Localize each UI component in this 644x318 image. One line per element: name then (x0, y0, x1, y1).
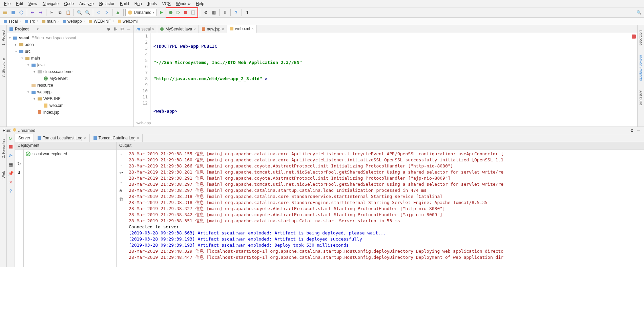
replace-button[interactable]: 🔍 (84, 9, 91, 16)
menu-analyze[interactable]: Analyze (77, 1, 97, 7)
run-configuration-selector[interactable]: Unnamed ▾ (125, 9, 157, 16)
deploy-add-button[interactable]: + (16, 152, 23, 158)
save-button[interactable] (9, 9, 17, 16)
menu-help[interactable]: Help (193, 1, 207, 7)
back-button[interactable] (95, 9, 102, 16)
tree-webxml[interactable]: web.xml (7, 102, 133, 109)
tool-favorites-tab[interactable]: 2: Favorites (1, 137, 5, 159)
pin-button[interactable]: 📌 (7, 170, 14, 177)
layout-button[interactable]: ▦ (7, 161, 14, 168)
project-structure-button[interactable]: ▦ (210, 9, 217, 16)
tool-web-tab[interactable]: Web (1, 169, 5, 180)
tool-maven-tab[interactable]: Maven Projects (639, 54, 643, 82)
tree-webinf[interactable]: ▾WEB-INF (7, 95, 133, 102)
menu-window[interactable]: Window (173, 1, 193, 7)
crumb-webxml[interactable]: web.xml (116, 19, 139, 24)
tree-webapp[interactable]: ▾webapp (7, 89, 133, 95)
cut-button[interactable]: ✂ (48, 9, 56, 16)
help-button[interactable]: ? (7, 187, 14, 194)
close-button[interactable]: ✕ (7, 179, 14, 185)
run-tab-localhost[interactable]: Tomcat Localhost Log× (34, 134, 89, 142)
menu-file[interactable]: File (1, 1, 13, 7)
tab-myservlet[interactable]: MyServlet.java× (157, 25, 199, 33)
run-tab-catalina[interactable]: Tomcat Catalina Log× (90, 134, 143, 142)
profile-button[interactable] (189, 9, 197, 16)
coverage-button[interactable] (174, 9, 182, 16)
tool-database-tab[interactable]: Database (639, 28, 643, 47)
menu-navigate[interactable]: Navigate (40, 1, 61, 7)
forward-button[interactable] (103, 9, 110, 16)
tool-structure-tab[interactable]: 7: Structure (1, 57, 5, 79)
collapse-icon[interactable]: ⇊ (112, 26, 118, 32)
settings-button[interactable]: ⚙ (202, 9, 209, 16)
tree-idea[interactable]: ▸.idea (7, 41, 133, 48)
tree-package[interactable]: ▾club.sscai.demo (7, 68, 133, 75)
close-icon[interactable]: × (193, 27, 195, 31)
hide-icon[interactable]: ─ (636, 128, 641, 133)
menu-tools[interactable]: Tools (145, 1, 160, 7)
code-editor[interactable]: 123456789101112 <!DOCTYPE web-app PUBLIC… (134, 33, 637, 120)
tree-servlet-class[interactable]: CMyServlet (7, 75, 133, 82)
tab-webxml[interactable]: web.xml× (227, 25, 256, 33)
help-button[interactable]: ? (232, 9, 240, 16)
crumb-src[interactable]: src (23, 19, 36, 24)
stop-button[interactable] (7, 143, 14, 150)
locate-icon[interactable]: ⊕ (106, 26, 111, 32)
tree-indexjsp[interactable]: index.jsp (7, 109, 133, 116)
sdk-button[interactable]: ⬇ (221, 9, 229, 16)
tool-ant-tab[interactable]: Ant Build (639, 89, 643, 107)
hide-icon[interactable]: ─ (126, 26, 131, 32)
tool-project-tab[interactable]: 1: Project (1, 28, 5, 47)
close-icon[interactable]: × (137, 136, 139, 140)
wrap-button[interactable]: ↩ (118, 169, 125, 176)
run-button[interactable] (158, 9, 165, 16)
close-icon[interactable]: × (251, 27, 253, 31)
run-tab-server[interactable]: Server (15, 134, 34, 142)
menu-refactor[interactable]: Refactor (97, 1, 117, 7)
console-output[interactable]: 28-Mar-2019 21:29:38.155 信息 [main] org.a… (126, 150, 644, 267)
restart-button[interactable]: ⟳ (7, 152, 14, 159)
copy-button[interactable]: ⧉ (56, 9, 64, 16)
crumb-main[interactable]: main (40, 19, 57, 24)
gear-icon[interactable]: ⚙ (629, 128, 635, 133)
tree-root[interactable]: ▾sscaiF:\idea_workspace\sscai (7, 35, 133, 41)
print-button[interactable]: 🖨 (118, 187, 125, 194)
menu-run[interactable]: Run (132, 1, 145, 7)
sync-button[interactable] (18, 9, 25, 16)
open-button[interactable] (1, 9, 9, 16)
deployment-artifact[interactable]: sscai:war exploded (24, 150, 116, 158)
tree-resource[interactable]: resource (7, 82, 133, 89)
tree-java[interactable]: ▾java (7, 62, 133, 68)
deploy-undeploy-button[interactable]: ⬇ (16, 169, 23, 176)
build-button[interactable] (114, 9, 122, 16)
menu-view[interactable]: View (26, 1, 40, 7)
close-icon[interactable]: × (222, 27, 224, 31)
project-tree[interactable]: ▾sscaiF:\idea_workspace\sscai ▸.idea ▾sr… (7, 33, 133, 127)
menu-code[interactable]: Code (61, 1, 77, 7)
tree-main[interactable]: ▾main (7, 55, 133, 62)
paste-button[interactable]: 📋 (64, 9, 72, 16)
stop-button[interactable] (182, 9, 189, 16)
update-button[interactable]: ⬆ (244, 9, 251, 16)
clear-button[interactable]: 🗑 (118, 196, 125, 202)
tab-sscai[interactable]: msscai× (134, 25, 157, 33)
crumb-sscai[interactable]: sscai (2, 19, 19, 24)
up-button[interactable]: ↑ (118, 152, 125, 158)
down-button[interactable]: ↓ (118, 160, 125, 167)
deploy-refresh-button[interactable]: ↻ (16, 160, 23, 167)
rerun-button[interactable]: ↻ (7, 135, 14, 142)
chevron-down-icon[interactable]: ▾ (37, 27, 39, 31)
crumb-webapp[interactable]: webapp (61, 19, 83, 24)
undo-button[interactable] (29, 9, 36, 16)
close-icon[interactable]: × (84, 136, 86, 140)
scroll-button[interactable]: ⤓ (118, 178, 125, 185)
close-icon[interactable]: × (152, 27, 154, 31)
menu-vcs[interactable]: VCS (160, 1, 173, 7)
tree-src[interactable]: ▾src (7, 48, 133, 55)
menu-build[interactable]: Build (117, 1, 132, 7)
code-content[interactable]: <!DOCTYPE web-app PUBLIC "-//Sun Microsy… (151, 33, 637, 120)
gear-icon[interactable]: ⚙ (119, 26, 125, 32)
redo-button[interactable] (37, 9, 44, 16)
crumb-webinf[interactable]: WEB-INF (87, 19, 112, 24)
find-button[interactable]: 🔍 (76, 9, 83, 16)
